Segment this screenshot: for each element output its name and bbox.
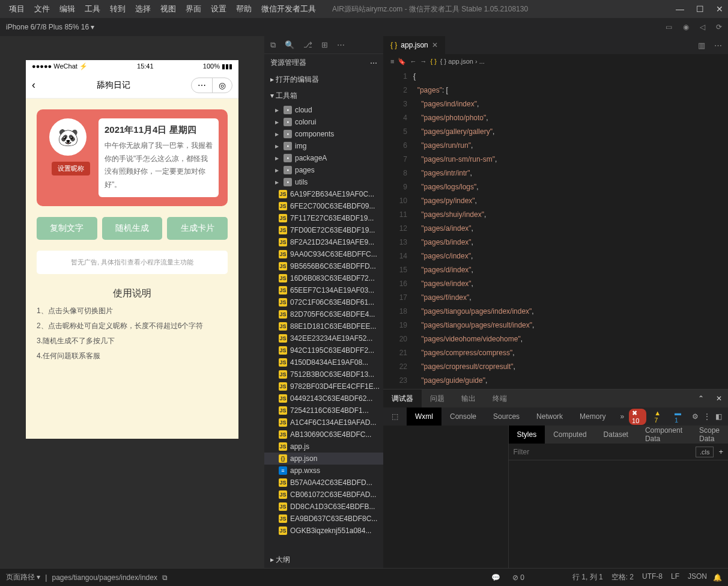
- code-area[interactable]: 1234567891011121314151617181920212223 { …: [383, 69, 728, 389]
- folder-item[interactable]: ▪colorui: [264, 116, 383, 128]
- file-item[interactable]: {}app.json: [264, 453, 383, 465]
- section-open-editors[interactable]: 打开的编辑器: [264, 72, 383, 88]
- file-item[interactable]: JS72542116C63E4BDF1...: [264, 404, 383, 417]
- section-outline[interactable]: 大纲: [264, 552, 383, 568]
- devtools-subtab[interactable]: Memory: [571, 407, 614, 426]
- file-item[interactable]: JS16D6B083C63E4BDF72...: [264, 272, 383, 284]
- avatar[interactable]: 🐼: [49, 118, 86, 156]
- menu-视图[interactable]: 视图: [156, 2, 180, 16]
- file-item[interactable]: JS04492143C63E4BDF62...: [264, 392, 383, 404]
- filter-input[interactable]: [514, 448, 696, 456]
- warning-badge[interactable]: ▲ 7: [651, 409, 667, 424]
- folder-item[interactable]: ▪components: [264, 128, 383, 140]
- folder-item[interactable]: ▪pages: [264, 164, 383, 176]
- menu-设置[interactable]: 设置: [207, 2, 231, 16]
- file-item[interactable]: JS4150D8434AE19AF08...: [264, 356, 383, 368]
- file-item[interactable]: JS7FD00E72C63E4BDF19...: [264, 224, 383, 236]
- action-button[interactable]: 复制文字: [37, 217, 97, 240]
- split-icon[interactable]: ▥: [698, 41, 705, 50]
- styles-tab[interactable]: Dataset: [595, 426, 637, 444]
- file-item[interactable]: JS342EE23234AE19AF52...: [264, 332, 383, 344]
- menu-界面[interactable]: 界面: [181, 2, 205, 16]
- folder-item[interactable]: ▪utils: [264, 176, 383, 188]
- status-stat[interactable]: 行 1, 列 1: [572, 572, 603, 582]
- devtools-subtab[interactable]: Console: [441, 407, 485, 426]
- info-badge[interactable]: ▬ 1: [672, 409, 687, 424]
- devtools-tab[interactable]: 终端: [484, 389, 515, 407]
- wxml-tree[interactable]: [383, 426, 509, 568]
- ext-icon[interactable]: ⊞: [321, 40, 328, 49]
- more-icon[interactable]: ⋯: [370, 59, 377, 67]
- file-item[interactable]: JS9AA0C934C63E4BDFFC...: [264, 248, 383, 260]
- file-item[interactable]: JS6A19F2B634AE19AF0C...: [264, 188, 383, 200]
- chevron-up-icon[interactable]: ⌃: [692, 394, 710, 403]
- device-icon[interactable]: ▭: [666, 23, 672, 31]
- file-item[interactable]: JS6FE2C700C63E4BDF09...: [264, 200, 383, 212]
- device-selector[interactable]: iPhone 6/7/8 Plus 85% 16 ▾: [6, 23, 94, 31]
- devtools-subtab[interactable]: Network: [528, 407, 571, 426]
- devtools-tab[interactable]: 输出: [453, 389, 484, 407]
- menu-微信开发者工具[interactable]: 微信开发者工具: [257, 2, 320, 16]
- file-item[interactable]: ≡app.wxss: [264, 465, 383, 477]
- folder-item[interactable]: ▪packageA: [264, 152, 383, 164]
- tab-close-icon[interactable]: ✕: [432, 41, 438, 49]
- status-stat[interactable]: 空格: 2: [611, 572, 634, 582]
- menu-文件[interactable]: 文件: [30, 2, 54, 16]
- file-item[interactable]: JSAB130690C63E4BDFC...: [264, 429, 383, 441]
- styles-tab[interactable]: Component Data: [637, 426, 691, 444]
- file-item[interactable]: JS9B5656B6C63E4BDFFD...: [264, 260, 383, 272]
- status-stat[interactable]: LF: [671, 572, 679, 582]
- debug-icon[interactable]: ⋯: [337, 40, 345, 49]
- menu-工具[interactable]: 工具: [80, 2, 105, 16]
- file-item[interactable]: JS8F2A21D234AE19AFE9...: [264, 236, 383, 248]
- file-item[interactable]: JSapp.js: [264, 441, 383, 453]
- file-item[interactable]: JS65EEF7C134AE19AF03...: [264, 284, 383, 296]
- dock-icon[interactable]: ◧: [715, 412, 722, 421]
- close-icon[interactable]: ✕: [710, 394, 728, 403]
- file-item[interactable]: JS7512B3B0C63E4BDF13...: [264, 368, 383, 380]
- target-icon[interactable]: ◎: [212, 78, 232, 93]
- cls-toggle[interactable]: .cls: [696, 447, 714, 457]
- search-icon[interactable]: 🔍: [285, 40, 294, 49]
- copy-icon[interactable]: ⧉: [162, 573, 168, 582]
- file-item[interactable]: JS88E1D181C63E4BDFEE...: [264, 320, 383, 332]
- devtools-subtab[interactable]: Sources: [485, 407, 528, 426]
- styles-tab[interactable]: Styles: [509, 426, 545, 444]
- file-item[interactable]: JSEA9BD637C63E4BDF8C...: [264, 513, 383, 525]
- maximize-icon[interactable]: ☐: [696, 4, 704, 14]
- folder-item[interactable]: ▪cloud: [264, 104, 383, 116]
- minimize-icon[interactable]: —: [676, 4, 684, 14]
- action-button[interactable]: 生成卡片: [167, 217, 228, 240]
- record-icon[interactable]: ◉: [683, 23, 689, 31]
- more-icon[interactable]: ⋯: [714, 41, 722, 50]
- section-toolbox[interactable]: 工具箱: [264, 88, 383, 104]
- file-item[interactable]: JS82D705F6C63E4BDFE4...: [264, 308, 383, 320]
- rotate-icon[interactable]: ⟳: [716, 23, 722, 31]
- file-item[interactable]: JSOGKB3iqzeknj551a084...: [264, 525, 383, 537]
- menu-帮助[interactable]: 帮助: [232, 2, 256, 16]
- bookmark-icon[interactable]: 🔖: [398, 58, 406, 66]
- folder-item[interactable]: ▪img: [264, 140, 383, 152]
- menu-项目[interactable]: 项目: [5, 2, 29, 16]
- file-item[interactable]: JS9782BF03D4FEE4CFF1E...: [264, 380, 383, 392]
- tab-app-json[interactable]: { } app.json ✕: [383, 36, 445, 54]
- expand-icon[interactable]: »: [620, 412, 624, 421]
- back-icon[interactable]: ‹: [32, 79, 35, 91]
- git-icon[interactable]: ⎇: [303, 40, 312, 49]
- styles-tab[interactable]: Scope Data: [691, 426, 728, 444]
- status-stat[interactable]: UTF-8: [642, 572, 663, 582]
- messages-icon[interactable]: 💬: [491, 573, 500, 582]
- status-stat[interactable]: JSON: [688, 572, 707, 582]
- files-icon[interactable]: ⧉: [270, 40, 276, 50]
- error-count[interactable]: ⊘ 0: [512, 573, 524, 582]
- bell-icon[interactable]: 🔔: [713, 573, 722, 582]
- styles-tab[interactable]: Computed: [545, 426, 595, 444]
- error-badge[interactable]: ✖ 10: [629, 409, 646, 425]
- file-item[interactable]: JSB57A0A42C63E4BDFD...: [264, 477, 383, 489]
- next-icon[interactable]: →: [420, 58, 426, 65]
- breadcrumb[interactable]: ≡ 🔖 ← → { } { } app.json › ...: [383, 54, 728, 69]
- nickname-button[interactable]: 设置昵称: [52, 162, 90, 175]
- devtools-tab[interactable]: 调试器: [383, 389, 422, 407]
- close-icon[interactable]: ✕: [716, 4, 723, 14]
- devtools-tab[interactable]: 问题: [422, 389, 453, 407]
